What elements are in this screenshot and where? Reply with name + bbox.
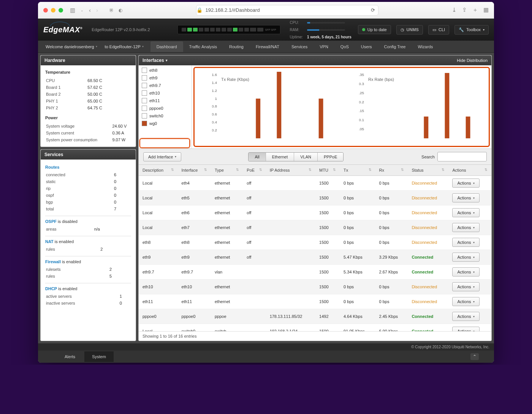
interface-checkbox-wg0[interactable]: wg0 xyxy=(139,120,192,127)
port-status-panel: SFP SFP xyxy=(177,25,280,34)
label: Board 1 xyxy=(46,84,83,90)
col-rx[interactable]: Rx⇅ xyxy=(375,165,408,176)
url-bar[interactable]: 🔒 192.168.2.1/#Dashboard ⟳ xyxy=(196,5,378,16)
col-description[interactable]: Description⇅ xyxy=(139,165,178,176)
filter-pppoe[interactable]: PPPoE xyxy=(318,153,343,161)
checkbox-icon[interactable] xyxy=(142,90,147,96)
row-actions-button[interactable]: Actions xyxy=(452,282,479,291)
window-controls[interactable] xyxy=(43,8,63,13)
back-icon[interactable]: ‹ xyxy=(89,7,91,13)
tabs-overview-icon[interactable]: ▦ xyxy=(483,6,489,14)
fullscreen-window-icon[interactable] xyxy=(59,8,63,13)
nav-tab-firewall-nat[interactable]: Firewall/NAT xyxy=(250,41,285,52)
interface-checkbox-list[interactable]: eth8eth9eth9.7eth10eth11pppoe0switch0wg0 xyxy=(139,65,192,149)
close-window-icon[interactable] xyxy=(43,8,48,13)
checkbox-icon[interactable] xyxy=(142,83,147,88)
checkbox-icon[interactable] xyxy=(142,68,147,73)
svg-text:0.2: 0.2 xyxy=(359,100,364,104)
row-actions-button[interactable]: Actions xyxy=(452,223,479,232)
privacy-icon[interactable]: ◐ xyxy=(119,8,122,13)
interfaces-table-wrap[interactable]: Description⇅Interface⇅Type⇅PoE⇅IP Addres… xyxy=(139,165,491,331)
col-poe[interactable]: PoE⇅ xyxy=(243,165,266,176)
row-actions-button[interactable]: Actions xyxy=(452,208,479,217)
checkbox-icon[interactable] xyxy=(142,106,147,111)
svg-text:1.6: 1.6 xyxy=(212,73,217,77)
col-actions[interactable]: Actions⇅ xyxy=(448,165,491,176)
label: PHY 1 xyxy=(46,98,83,104)
row-actions-button[interactable]: Actions xyxy=(452,267,479,277)
status-pill[interactable]: Up to date xyxy=(358,25,391,34)
checkbox-icon[interactable] xyxy=(142,98,147,103)
service-link-routes[interactable]: Routes xyxy=(45,165,59,169)
app-header: EdgeMAX® EdgeRouter 12P v2.0.9-hotfix.2 … xyxy=(38,19,494,41)
cli-button[interactable]: ▭CLI xyxy=(428,25,449,35)
interface-checkbox-eth11[interactable]: eth11 xyxy=(139,97,192,104)
row-actions-button[interactable]: Actions xyxy=(452,253,479,262)
nav-tab-routing[interactable]: Routing xyxy=(223,41,250,52)
col-type[interactable]: Type⇅ xyxy=(211,165,243,176)
nav-tab-users[interactable]: Users xyxy=(355,41,378,52)
system-tab[interactable]: System xyxy=(84,351,114,362)
forward-icon[interactable]: › xyxy=(96,7,98,13)
minimize-window-icon[interactable] xyxy=(51,8,55,13)
search-input[interactable] xyxy=(437,152,487,161)
interface-checkbox-eth9[interactable]: eth9 xyxy=(139,74,192,82)
add-interface-button[interactable]: Add Interface xyxy=(143,152,181,161)
nav-tab-wizards[interactable]: Wizards xyxy=(412,41,439,52)
chevron-down-icon[interactable]: ⌄ xyxy=(81,8,84,12)
filter-vlan[interactable]: VLAN xyxy=(294,153,318,161)
label: System current xyxy=(46,130,108,136)
filter-ethernet[interactable]: Ethernet xyxy=(266,153,294,161)
hide-distribution-link[interactable]: Hide Distribution xyxy=(457,58,488,63)
service-link-dhcp[interactable]: DHCP xyxy=(45,286,57,291)
new-tab-icon[interactable]: ＋ xyxy=(472,6,478,14)
status-cell: Disconnected xyxy=(408,294,448,309)
row-actions-button[interactable]: Actions xyxy=(452,193,479,202)
shield-icon[interactable]: ⛨ xyxy=(109,8,114,13)
service-link-ospf[interactable]: OSPF xyxy=(45,219,57,224)
nav-tab-traffic-analysis[interactable]: Traffic Analysis xyxy=(183,41,223,52)
interface-checkbox-switch0[interactable]: switch0 xyxy=(139,112,192,120)
row-actions-button[interactable]: Actions xyxy=(452,238,479,247)
col-status[interactable]: Status⇅ xyxy=(408,165,448,176)
interface-checkbox-eth9.7[interactable]: eth9.7 xyxy=(139,82,192,89)
filter-all[interactable]: All xyxy=(249,153,266,161)
share-icon[interactable]: ⇪ xyxy=(462,6,467,14)
col-interface[interactable]: Interface⇅ xyxy=(178,165,211,176)
user-menu[interactable]: Welcome danielrosenberg xyxy=(43,44,100,49)
interface-checkbox-pppoe0[interactable]: pppoe0 xyxy=(139,104,192,112)
status-cell: Disconnected xyxy=(408,280,448,294)
value: 57.62 C xyxy=(84,84,130,90)
sidebar-toggle-icon[interactable]: ▥ xyxy=(70,7,75,14)
nav-tab-qos[interactable]: QoS xyxy=(334,41,355,52)
nav-tab-vpn[interactable]: VPN xyxy=(314,41,334,52)
row-actions-button[interactable]: Actions xyxy=(452,297,479,306)
service-link-firewall[interactable]: Firewall xyxy=(45,259,61,264)
checkbox-icon[interactable] xyxy=(142,113,147,119)
table-row: Localswitch0switch192.168.2.1/24150091.0… xyxy=(139,324,491,332)
unms-button[interactable]: ◷UNMS xyxy=(396,25,423,35)
row-actions-button[interactable]: Actions xyxy=(452,327,479,331)
nav-tab-config-tree[interactable]: Config Tree xyxy=(378,41,412,52)
interface-checkbox-eth10[interactable]: eth10 xyxy=(139,89,192,97)
row-actions-button[interactable]: Actions xyxy=(452,312,479,321)
col-mtu[interactable]: MTU⇅ xyxy=(315,165,340,176)
nav-tab-dashboard[interactable]: Dashboard xyxy=(150,41,183,52)
col-tx[interactable]: Tx⇅ xyxy=(340,165,375,176)
checkbox-icon[interactable] xyxy=(142,75,147,81)
download-icon[interactable]: ⤓ xyxy=(452,6,457,14)
interface-checkbox-eth8[interactable]: eth8 xyxy=(139,66,192,74)
service-link-nat[interactable]: NAT xyxy=(45,239,54,244)
reload-icon[interactable]: ⟳ xyxy=(371,7,375,13)
checkbox-icon[interactable] xyxy=(142,121,147,126)
row-actions-button[interactable]: Actions xyxy=(452,179,479,188)
col-ip-address[interactable]: IP Address⇅ xyxy=(266,165,315,176)
nav-tab-services[interactable]: Services xyxy=(285,41,314,52)
type-filter-segment[interactable]: AllEthernetVLANPPPoE xyxy=(248,152,344,161)
alerts-tab[interactable]: Alerts xyxy=(57,351,83,362)
svg-rect-18 xyxy=(424,117,428,138)
device-link[interactable]: to EdgeRouter-12P xyxy=(102,44,147,49)
toolbox-button[interactable]: 🔧Toolbox▾ xyxy=(454,25,489,35)
collapse-up-icon[interactable]: ⌃ xyxy=(470,353,479,360)
label: System power consumption xyxy=(46,137,108,143)
